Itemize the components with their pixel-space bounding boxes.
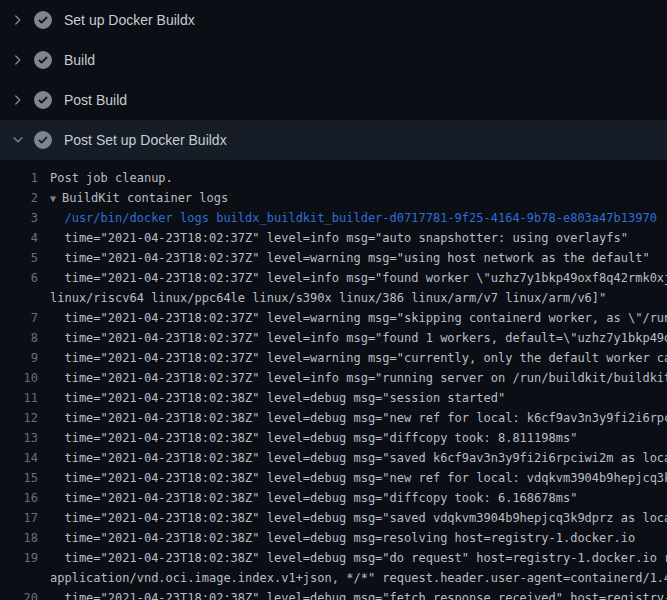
log-line-number[interactable]: 3 xyxy=(0,208,38,228)
log-text: time="2021-04-23T18:02:38Z" level=debug … xyxy=(50,591,667,600)
log-text: time="2021-04-23T18:02:37Z" level=info m… xyxy=(50,331,667,345)
check-circle-icon xyxy=(34,51,52,69)
log-line: 1Post job cleanup. xyxy=(0,168,667,188)
log-text: time="2021-04-23T18:02:38Z" level=debug … xyxy=(50,531,635,545)
log-line-text: application/vnd.oci.image.index.v1+json,… xyxy=(38,568,667,588)
log-line-number[interactable]: 13 xyxy=(0,428,38,448)
log-line-number[interactable]: 10 xyxy=(0,368,38,388)
log-text: time="2021-04-23T18:02:37Z" level=warnin… xyxy=(50,351,667,365)
log-line-text: time="2021-04-23T18:02:37Z" level=warnin… xyxy=(38,248,667,268)
log-line-number[interactable]: 12 xyxy=(0,408,38,428)
chevron-right-icon[interactable] xyxy=(10,52,26,68)
step-label: Post Set up Docker Buildx xyxy=(64,132,227,148)
log-text: time="2021-04-23T18:02:38Z" level=debug … xyxy=(50,451,667,465)
log-line: 16 time="2021-04-23T18:02:38Z" level=deb… xyxy=(0,488,667,508)
chevron-right-icon[interactable] xyxy=(10,12,26,28)
log-line-number[interactable]: 11 xyxy=(0,388,38,408)
log-line-number xyxy=(0,568,38,588)
log-command-link[interactable]: /usr/bin/docker logs buildx_buildkit_bui… xyxy=(50,211,657,225)
log-line-number[interactable]: 19 xyxy=(0,548,38,568)
log-line-number[interactable]: 15 xyxy=(0,468,38,488)
log-line: 5 time="2021-04-23T18:02:37Z" level=warn… xyxy=(0,248,667,268)
log-line-number[interactable]: 18 xyxy=(0,528,38,548)
log-line-text: time="2021-04-23T18:02:37Z" level=warnin… xyxy=(38,308,667,328)
log-text: Post job cleanup. xyxy=(50,171,173,185)
log-line: application/vnd.oci.image.index.v1+json,… xyxy=(0,568,667,588)
log-line-number[interactable]: 9 xyxy=(0,348,38,368)
log-line-text: time="2021-04-23T18:02:38Z" level=debug … xyxy=(38,428,667,448)
log-line-text: time="2021-04-23T18:02:38Z" level=debug … xyxy=(38,528,667,548)
log-line: 9 time="2021-04-23T18:02:37Z" level=warn… xyxy=(0,348,667,368)
log-line-text: time="2021-04-23T18:02:38Z" level=debug … xyxy=(38,488,667,508)
log-text: time="2021-04-23T18:02:38Z" level=debug … xyxy=(50,431,577,445)
log-line: linux/riscv64 linux/ppc64le linux/s390x … xyxy=(0,288,667,308)
log-line-number[interactable]: 17 xyxy=(0,508,38,528)
log-group-toggle-icon[interactable]: ▼ xyxy=(50,193,56,204)
log-text: time="2021-04-23T18:02:38Z" level=debug … xyxy=(50,551,667,565)
log-text: time="2021-04-23T18:02:38Z" level=debug … xyxy=(50,411,667,425)
log-line-text: ▼BuildKit container logs xyxy=(38,188,667,208)
log-line-text: time="2021-04-23T18:02:38Z" level=debug … xyxy=(38,388,667,408)
log-line-number[interactable]: 2 xyxy=(0,188,38,208)
log-line-number[interactable]: 16 xyxy=(0,488,38,508)
log-line: 15 time="2021-04-23T18:02:38Z" level=deb… xyxy=(0,468,667,488)
log-line-text: time="2021-04-23T18:02:37Z" level=info m… xyxy=(38,328,667,348)
check-circle-icon xyxy=(34,131,52,149)
log-line-text: time="2021-04-23T18:02:38Z" level=debug … xyxy=(38,408,667,428)
log-text: time="2021-04-23T18:02:38Z" level=debug … xyxy=(50,491,577,505)
log-line-number[interactable]: 5 xyxy=(0,248,38,268)
log-line: 12 time="2021-04-23T18:02:38Z" level=deb… xyxy=(0,408,667,428)
log-line-number xyxy=(0,288,38,308)
log-line: 6 time="2021-04-23T18:02:37Z" level=info… xyxy=(0,268,667,288)
log-line: 14 time="2021-04-23T18:02:38Z" level=deb… xyxy=(0,448,667,468)
log-text: application/vnd.oci.image.index.v1+json,… xyxy=(50,571,667,585)
log-line-number[interactable]: 6 xyxy=(0,268,38,288)
log-line: 11 time="2021-04-23T18:02:38Z" level=deb… xyxy=(0,388,667,408)
log-line-number[interactable]: 1 xyxy=(0,168,38,188)
log-line: 4 time="2021-04-23T18:02:37Z" level=info… xyxy=(0,228,667,248)
log-line-text: time="2021-04-23T18:02:38Z" level=debug … xyxy=(38,588,667,600)
log-text: time="2021-04-23T18:02:38Z" level=debug … xyxy=(50,471,667,485)
log-line: 2▼BuildKit container logs xyxy=(0,188,667,208)
log-line: 13 time="2021-04-23T18:02:38Z" level=deb… xyxy=(0,428,667,448)
step-header-post-setup-docker-buildx[interactable]: Post Set up Docker Buildx xyxy=(0,120,667,160)
log-text: time="2021-04-23T18:02:37Z" level=info m… xyxy=(50,271,667,285)
step-header-setup-docker-buildx[interactable]: Set up Docker Buildx xyxy=(0,0,667,40)
chevron-down-icon[interactable] xyxy=(10,132,26,148)
log-text: time="2021-04-23T18:02:37Z" level=warnin… xyxy=(50,311,667,325)
log-line-number[interactable]: 7 xyxy=(0,308,38,328)
step-header-build[interactable]: Build xyxy=(0,40,667,80)
chevron-right-icon[interactable] xyxy=(10,92,26,108)
log-line: 8 time="2021-04-23T18:02:37Z" level=info… xyxy=(0,328,667,348)
log-line: 10 time="2021-04-23T18:02:37Z" level=inf… xyxy=(0,368,667,388)
log-line-text: time="2021-04-23T18:02:37Z" level=warnin… xyxy=(38,348,667,368)
log-line-text: time="2021-04-23T18:02:37Z" level=info m… xyxy=(38,228,667,248)
log-line-text: time="2021-04-23T18:02:38Z" level=debug … xyxy=(38,508,667,528)
log-line-text: time="2021-04-23T18:02:38Z" level=debug … xyxy=(38,448,667,468)
log-line: 7 time="2021-04-23T18:02:37Z" level=warn… xyxy=(0,308,667,328)
log-line-text: time="2021-04-23T18:02:38Z" level=debug … xyxy=(38,548,667,568)
log-line: 3 /usr/bin/docker logs buildx_buildkit_b… xyxy=(0,208,667,228)
log-line-text: /usr/bin/docker logs buildx_buildkit_bui… xyxy=(38,208,667,228)
step-list: Set up Docker Buildx Build Post Build xyxy=(0,0,667,160)
log-line-number[interactable]: 8 xyxy=(0,328,38,348)
log-text: time="2021-04-23T18:02:38Z" level=debug … xyxy=(50,391,505,405)
log-area: 1Post job cleanup.2▼BuildKit container l… xyxy=(0,160,667,600)
log-text: BuildKit container logs xyxy=(62,191,228,205)
log-lines: 1Post job cleanup.2▼BuildKit container l… xyxy=(0,168,667,600)
log-text: time="2021-04-23T18:02:38Z" level=debug … xyxy=(50,511,667,525)
log-text: time="2021-04-23T18:02:37Z" level=info m… xyxy=(50,231,628,245)
log-line-text: time="2021-04-23T18:02:37Z" level=info m… xyxy=(38,268,667,288)
log-line: 18 time="2021-04-23T18:02:38Z" level=deb… xyxy=(0,528,667,548)
log-line-number[interactable]: 20 xyxy=(0,588,38,600)
step-header-post-build[interactable]: Post Build xyxy=(0,80,667,120)
step-label: Post Build xyxy=(64,92,127,108)
log-line-text: time="2021-04-23T18:02:37Z" level=info m… xyxy=(38,368,667,388)
log-line-number[interactable]: 4 xyxy=(0,228,38,248)
log-line-text: time="2021-04-23T18:02:38Z" level=debug … xyxy=(38,468,667,488)
check-circle-icon xyxy=(34,11,52,29)
step-label: Set up Docker Buildx xyxy=(64,12,195,28)
log-line-number[interactable]: 14 xyxy=(0,448,38,468)
log-line: 20 time="2021-04-23T18:02:38Z" level=deb… xyxy=(0,588,667,600)
log-line-text: Post job cleanup. xyxy=(38,168,667,188)
